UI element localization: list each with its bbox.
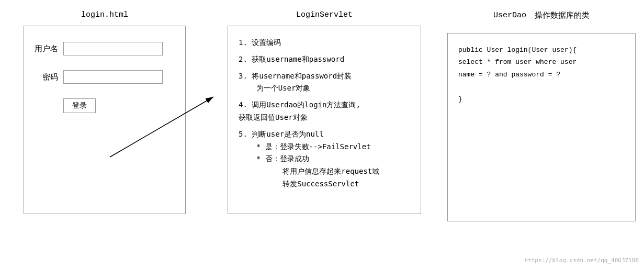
userdao-section: UserDao 操作数据库的类 public User login(User u… bbox=[445, 10, 638, 221]
password-input-visual[interactable] bbox=[63, 70, 163, 84]
step-4: 4. 调用Userdao的login方法查询,获取返回值User对象 bbox=[239, 99, 410, 124]
login-btn-row: 登录 bbox=[63, 98, 175, 113]
step-1: 1. 设置编码 bbox=[239, 37, 410, 49]
login-title: login.html bbox=[81, 10, 128, 19]
password-row: 密码 bbox=[35, 70, 175, 84]
userdao-title: UserDao bbox=[493, 11, 526, 20]
userdao-box: public User login(User user){ select * f… bbox=[447, 33, 636, 221]
code-line-2: select * from user where user bbox=[458, 56, 625, 68]
watermark: https://blog.csdn.net/qq_40637108 bbox=[524, 257, 639, 264]
code-line-1: public User login(User user){ bbox=[458, 44, 625, 56]
servlet-section: LoginServlet 1. 设置编码 2. 获取username和passw… bbox=[225, 10, 424, 214]
userdao-title-row: UserDao 操作数据库的类 bbox=[493, 10, 590, 27]
step-3: 3. 将username和password封装 为一个User对象 bbox=[239, 70, 410, 95]
code-line-4 bbox=[458, 81, 625, 93]
code-line-3: name = ? and password = ? bbox=[458, 69, 625, 81]
step-2: 2. 获取username和password bbox=[239, 53, 410, 66]
username-row: 用户名 bbox=[35, 42, 175, 55]
login-button[interactable]: 登录 bbox=[63, 98, 96, 113]
step-5: 5. 判断user是否为null * 是：登录失败-->FailServlet … bbox=[239, 128, 410, 191]
password-label: 密码 bbox=[35, 72, 58, 82]
userdao-subtitle: 操作数据库的类 bbox=[535, 10, 590, 20]
login-section: login.html 用户名 密码 登录 bbox=[16, 10, 194, 214]
servlet-box: 1. 设置编码 2. 获取username和password 3. 将usern… bbox=[228, 26, 421, 214]
username-input-visual[interactable] bbox=[63, 42, 163, 55]
code-line-5: } bbox=[458, 93, 625, 105]
username-label: 用户名 bbox=[35, 44, 58, 54]
login-box: 用户名 密码 登录 bbox=[24, 26, 186, 214]
servlet-title: LoginServlet bbox=[296, 10, 353, 19]
